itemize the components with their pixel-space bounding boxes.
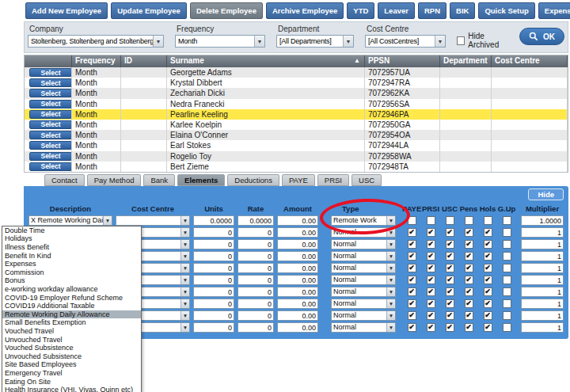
pens-checkbox[interactable] xyxy=(465,287,473,296)
hols-checkbox[interactable] xyxy=(484,240,492,249)
prsi-checkbox[interactable] xyxy=(427,287,435,296)
select-employee-button[interactable]: Select xyxy=(29,131,72,139)
amount-input[interactable] xyxy=(277,299,318,310)
expenses-button[interactable]: Expenses xyxy=(538,2,570,19)
units-input[interactable] xyxy=(193,215,234,226)
header-frequency[interactable]: Frequency xyxy=(72,55,121,67)
hols-checkbox[interactable] xyxy=(484,228,492,237)
rate-input[interactable] xyxy=(238,299,274,310)
dropdown-item[interactable]: Unvouched Travel xyxy=(2,336,141,344)
amount-input[interactable] xyxy=(277,310,318,322)
units-input[interactable] xyxy=(193,322,234,333)
dropdown-item[interactable]: COVID19 Additional Taxable xyxy=(2,302,141,310)
bik-button[interactable]: BIK xyxy=(450,2,475,19)
quick-setup-button[interactable]: Quick Setup xyxy=(478,2,534,19)
dropdown-item[interactable]: e-working workday allowance xyxy=(2,285,141,294)
multiplier-input[interactable] xyxy=(521,251,564,262)
rate-input[interactable] xyxy=(238,263,274,274)
hide-archived-checkbox[interactable] xyxy=(457,36,465,45)
usc-checkbox[interactable] xyxy=(446,252,454,261)
pens-checkbox[interactable] xyxy=(465,311,473,320)
tab-elements[interactable]: Elements xyxy=(177,174,225,186)
amount-input[interactable] xyxy=(277,287,318,298)
units-input[interactable] xyxy=(193,239,234,250)
dropdown-item[interactable]: Emergency Travel xyxy=(2,369,141,378)
hols-checkbox[interactable] xyxy=(484,299,492,308)
rate-input[interactable] xyxy=(238,227,274,238)
hols-checkbox[interactable] xyxy=(484,287,492,296)
pens-checkbox[interactable] xyxy=(465,216,473,225)
usc-checkbox[interactable] xyxy=(446,311,454,320)
rate-input[interactable] xyxy=(238,287,274,298)
paye-checkbox[interactable] xyxy=(408,216,416,225)
prsi-checkbox[interactable] xyxy=(427,216,435,225)
dropdown-item[interactable]: Bonus xyxy=(2,276,141,285)
type-select[interactable]: Normal▼ xyxy=(331,251,396,262)
tab-usc[interactable]: USC xyxy=(352,174,382,186)
select-employee-button[interactable]: Select xyxy=(29,141,72,150)
paye-checkbox[interactable] xyxy=(408,311,416,320)
type-select[interactable]: Normal▼ xyxy=(331,227,396,238)
dropdown-item[interactable]: Double Time xyxy=(2,226,141,235)
select-employee-button[interactable]: Select xyxy=(29,152,72,161)
gup-checkbox[interactable] xyxy=(503,240,511,249)
select-employee-button[interactable]: Select xyxy=(29,110,72,119)
pens-checkbox[interactable] xyxy=(465,264,473,272)
prsi-checkbox[interactable] xyxy=(427,228,435,237)
company-select[interactable]: Stoltenberg, Stoltenberg and Stoltenberg… xyxy=(28,35,164,48)
delete-employee-button[interactable]: Delete Employee xyxy=(190,2,263,19)
prsi-checkbox[interactable] xyxy=(427,240,435,249)
amount-input[interactable] xyxy=(277,263,318,274)
amount-input[interactable] xyxy=(277,322,318,333)
usc-checkbox[interactable] xyxy=(446,323,454,332)
cost-centre-select[interactable]: [All CostCentres] ▼ xyxy=(365,35,446,48)
multiplier-input[interactable] xyxy=(521,322,564,333)
rate-input[interactable] xyxy=(238,215,274,226)
dropdown-item[interactable]: Eating On Site xyxy=(2,378,141,386)
paye-checkbox[interactable] xyxy=(408,299,416,308)
multiplier-input[interactable] xyxy=(521,310,564,322)
header-cost-centre[interactable]: Cost Centre xyxy=(492,55,568,67)
prsi-checkbox[interactable] xyxy=(427,276,435,284)
amount-input[interactable] xyxy=(277,215,318,226)
dropdown-item[interactable]: Health Insurance (VHI, Vivas, Quinn etc) xyxy=(2,386,141,392)
dropdown-item[interactable]: Expenses xyxy=(2,260,141,268)
pens-checkbox[interactable] xyxy=(465,252,473,261)
rate-input[interactable] xyxy=(238,239,274,250)
usc-checkbox[interactable] xyxy=(446,287,454,296)
pens-checkbox[interactable] xyxy=(465,323,473,332)
select-employee-button[interactable]: Select xyxy=(29,162,72,171)
type-select[interactable]: Normal▼ xyxy=(331,263,396,274)
multiplier-input[interactable] xyxy=(521,263,564,274)
hide-panel-button[interactable]: Hide xyxy=(528,188,564,200)
tab-bank[interactable]: Bank xyxy=(143,174,175,186)
amount-input[interactable] xyxy=(277,251,318,262)
usc-checkbox[interactable] xyxy=(446,228,454,237)
hols-checkbox[interactable] xyxy=(484,323,492,332)
dropdown-item[interactable]: COVID-19 Employer Refund Scheme xyxy=(2,294,141,303)
pens-checkbox[interactable] xyxy=(465,228,473,237)
select-employee-button[interactable]: Select xyxy=(29,120,72,129)
prsi-checkbox[interactable] xyxy=(427,264,435,272)
paye-checkbox[interactable] xyxy=(408,287,416,296)
tab-pay-method[interactable]: Pay Method xyxy=(87,174,142,186)
rate-input[interactable] xyxy=(238,322,274,333)
amount-input[interactable] xyxy=(277,227,318,238)
multiplier-input[interactable] xyxy=(521,227,564,238)
department-select[interactable]: [All Departments] ▼ xyxy=(276,35,354,48)
hols-checkbox[interactable] xyxy=(484,264,492,272)
type-select[interactable]: Remote Work▼ xyxy=(331,215,396,226)
pens-checkbox[interactable] xyxy=(465,240,473,249)
pens-checkbox[interactable] xyxy=(465,276,473,284)
pens-checkbox[interactable] xyxy=(465,299,473,308)
dropdown-item[interactable]: Commission xyxy=(2,268,141,277)
type-select[interactable]: Normal▼ xyxy=(331,322,396,333)
tab-paye[interactable]: PAYE xyxy=(282,174,315,186)
archive-employee-button[interactable]: Archive Employee xyxy=(266,2,344,19)
multiplier-input[interactable] xyxy=(521,215,564,226)
type-select[interactable]: Normal▼ xyxy=(331,287,396,298)
dropdown-item[interactable]: Vouched Travel xyxy=(2,327,141,336)
cost-centre-select[interactable]: ▼ xyxy=(116,215,190,226)
multiplier-input[interactable] xyxy=(521,287,564,298)
multiplier-input[interactable] xyxy=(521,299,564,310)
